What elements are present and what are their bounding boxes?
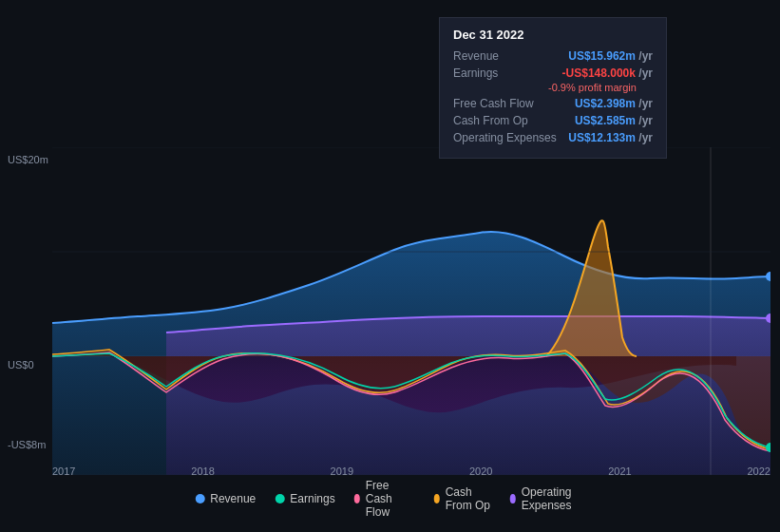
- tooltip-box: Dec 31 2022 Revenue US$15.962m /yr Earni…: [439, 17, 667, 159]
- x-label-2019: 2019: [331, 466, 353, 477]
- tooltip-value-cfo: US$2.585m /yr: [575, 114, 653, 127]
- tooltip-label-opex: Operating Expenses: [453, 131, 557, 144]
- tooltip-label-fcf: Free Cash Flow: [453, 97, 548, 110]
- tooltip-row-cfo: Cash From Op US$2.585m /yr: [453, 114, 653, 127]
- tooltip-label-earnings: Earnings: [453, 66, 548, 80]
- x-label-2022: 2022: [747, 466, 770, 477]
- legend-dot-fcf: [354, 494, 360, 504]
- tooltip-value-opex: US$12.133m /yr: [568, 131, 653, 144]
- x-label-2020: 2020: [469, 466, 492, 477]
- x-axis-labels: 2017 2018 2019 2020 2021 2022: [52, 466, 770, 477]
- x-label-2021: 2021: [608, 466, 631, 477]
- legend-dot-cfo: [434, 494, 440, 504]
- chart-svg: [52, 147, 770, 475]
- tooltip-row-revenue: Revenue US$15.962m /yr: [453, 49, 653, 63]
- tooltip-profit-margin: -0.9% profit margin: [453, 82, 653, 93]
- legend-dot-earnings: [275, 494, 284, 504]
- tooltip-label-revenue: Revenue: [453, 49, 548, 63]
- chart-container: Dec 31 2022 Revenue US$15.962m /yr Earni…: [0, 0, 780, 532]
- tooltip-row-fcf: Free Cash Flow US$2.398m /yr: [453, 97, 653, 110]
- legend-earnings[interactable]: Earnings: [275, 492, 334, 505]
- tooltip-value-earnings: -US$148.000k /yr: [562, 66, 653, 80]
- legend-label-revenue: Revenue: [210, 492, 256, 505]
- tooltip-row-earnings: Earnings -US$148.000k /yr: [453, 66, 653, 80]
- legend-revenue[interactable]: Revenue: [195, 492, 256, 505]
- legend-opex[interactable]: Operating Expenses: [510, 485, 585, 512]
- tooltip-row-opex: Operating Expenses US$12.133m /yr: [453, 131, 653, 144]
- y-label-bottom: -US$8m: [8, 439, 46, 450]
- x-label-2017: 2017: [52, 466, 75, 477]
- legend-label-opex: Operating Expenses: [522, 485, 585, 512]
- legend-label-fcf: Free Cash Flow: [366, 479, 415, 519]
- legend-cfo[interactable]: Cash From Op: [434, 485, 491, 512]
- y-label-zero: US$0: [8, 359, 34, 370]
- chart-legend: Revenue Earnings Free Cash Flow Cash Fro…: [195, 479, 585, 519]
- legend-dot-opex: [510, 494, 516, 504]
- tooltip-date: Dec 31 2022: [453, 28, 653, 42]
- y-label-top: US$20m: [8, 154, 48, 165]
- legend-label-earnings: Earnings: [290, 492, 334, 505]
- tooltip-value-revenue: US$15.962m /yr: [568, 49, 653, 63]
- legend-label-cfo: Cash From Op: [446, 485, 491, 512]
- x-label-2018: 2018: [191, 466, 214, 477]
- tooltip-label-cfo: Cash From Op: [453, 114, 548, 127]
- legend-fcf[interactable]: Free Cash Flow: [354, 479, 415, 519]
- legend-dot-revenue: [195, 494, 204, 504]
- tooltip-value-fcf: US$2.398m /yr: [575, 97, 653, 110]
